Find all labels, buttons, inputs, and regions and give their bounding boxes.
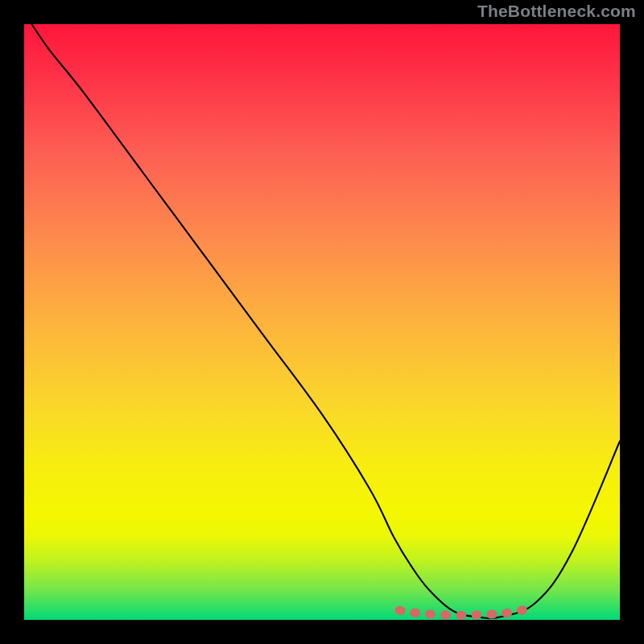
attribution-text: TheBottleneck.com <box>477 2 636 21</box>
bottleneck-curve-path <box>24 12 620 618</box>
chart-svg <box>24 24 620 620</box>
chart-area <box>24 24 620 620</box>
optimal-region-path <box>399 609 524 615</box>
